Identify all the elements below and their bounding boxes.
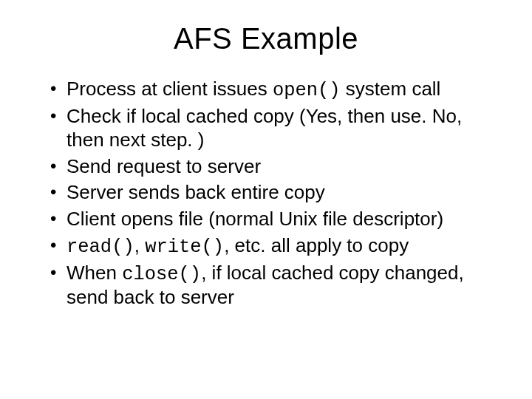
list-item: Server sends back entire copy bbox=[50, 181, 495, 205]
text-run: , bbox=[134, 234, 145, 256]
list-item: read(), write(), etc. all apply to copy bbox=[50, 234, 495, 259]
list-item: Client opens file (normal Unix file desc… bbox=[50, 208, 495, 231]
list-item: Send request to server bbox=[50, 155, 495, 179]
list-item: Process at client issues open() system c… bbox=[50, 78, 495, 102]
text-run: Client opens file (normal Unix file desc… bbox=[66, 208, 443, 230]
text-run: When bbox=[66, 262, 122, 284]
text-run: Check if local cached copy (Yes, then us… bbox=[66, 105, 462, 151]
code-run: open() bbox=[273, 80, 341, 101]
text-run: Send request to server bbox=[66, 155, 261, 177]
slide: AFS Example Process at client issues ope… bbox=[0, 0, 532, 399]
text-run: Server sends back entire copy bbox=[66, 181, 325, 203]
text-run: Process at client issues bbox=[66, 78, 273, 100]
list-item: Check if local cached copy (Yes, then us… bbox=[50, 105, 495, 151]
bullet-list: Process at client issues open() system c… bbox=[30, 78, 502, 310]
text-run: system call bbox=[341, 78, 441, 100]
list-item: When close(), if local cached copy chang… bbox=[50, 262, 495, 310]
code-run: write() bbox=[145, 236, 224, 258]
code-run: read() bbox=[66, 236, 134, 258]
text-run: , etc. all apply to copy bbox=[224, 234, 409, 256]
code-run: close() bbox=[122, 264, 201, 285]
slide-title: AFS Example bbox=[30, 22, 502, 55]
